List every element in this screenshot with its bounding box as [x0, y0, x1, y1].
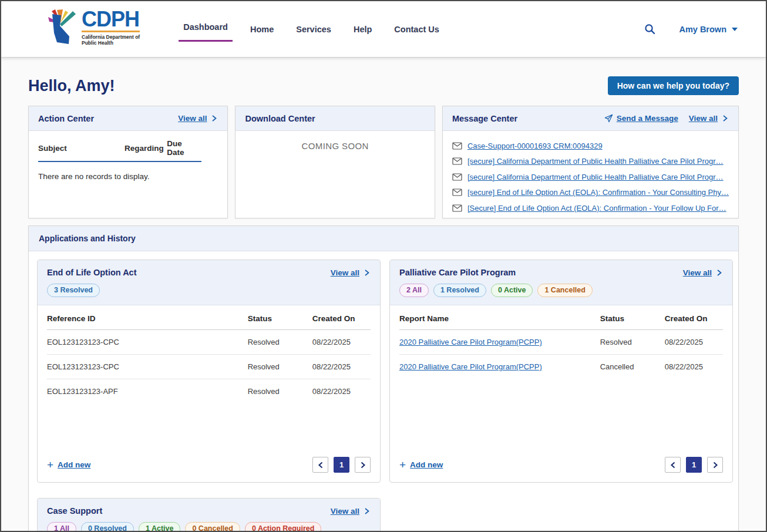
case-support-title: Case Support — [47, 506, 102, 516]
message-link[interactable]: [secure] End of Life Option Act (EOLA): … — [467, 188, 729, 197]
top-navigation-bar: CDPH California Department of Public Hea… — [1, 1, 766, 58]
message-link[interactable]: [secure] California Department of Public… — [467, 157, 724, 166]
eol-table: Reference ID Status Created On EOL123123… — [47, 305, 371, 403]
chevron-right-icon — [721, 115, 729, 122]
eol-card-footer: + Add new 1 — [38, 452, 380, 482]
badge-resolved[interactable]: 3 Resolved — [47, 284, 100, 297]
logo-dept-line1: California Department of — [82, 34, 140, 41]
logo-dept-line2: Public Health — [82, 40, 140, 46]
pcpp-card-title: Palliative Care Pilot Program — [399, 268, 516, 277]
user-menu[interactable]: Amy Brown — [679, 25, 738, 34]
next-page-button[interactable] — [355, 457, 371, 473]
greeting-row: Hello, Amy! How can we help you today? — [28, 76, 739, 95]
badge-action-required[interactable]: 0 Action Required — [245, 522, 322, 532]
message-link[interactable]: [secure] California Department of Public… — [467, 173, 724, 181]
table-row: EOL123123123-APF Resolved 08/22/2025 — [47, 379, 371, 404]
top-cards-row: Action Center View all Subject Regarding… — [28, 106, 739, 218]
message-center-view-all[interactable]: View all — [689, 114, 729, 123]
column-header-due-date: Due Date — [167, 139, 201, 161]
badge-resolved[interactable]: 0 Resolved — [81, 522, 134, 532]
current-page-button[interactable]: 1 — [686, 457, 702, 473]
column-header-subject: Subject — [38, 139, 125, 161]
status-cell: Resolved — [248, 355, 312, 379]
download-center-card: Download Center COMING SOON — [235, 106, 435, 218]
applications-section-body: End of Life Option Act View all 3 Resolv… — [29, 251, 738, 532]
reference-id-cell: EOL123123123-APF — [47, 379, 248, 404]
nav-item-services[interactable]: Services — [296, 1, 331, 57]
envelope-icon — [452, 204, 462, 212]
eol-add-new-button[interactable]: + Add new — [47, 459, 90, 470]
send-a-message-link[interactable]: Send a Message — [604, 114, 678, 123]
pcpp-pagination: 1 — [665, 457, 723, 473]
chevron-down-icon — [732, 28, 738, 31]
message-row: [secure] California Department of Public… — [452, 154, 729, 170]
eol-card-body: Reference ID Status Created On EOL123123… — [38, 305, 380, 452]
message-link[interactable]: [Secure] End of Life Option Act (EOLA): … — [467, 204, 726, 213]
action-center-view-all[interactable]: View all — [178, 114, 218, 123]
action-center-title: Action Center — [38, 114, 94, 123]
message-row: [secure] End of Life Option Act (EOLA): … — [452, 185, 729, 201]
user-name: Amy Brown — [679, 25, 726, 34]
logo-text: CDPH California Department of Public Hea… — [82, 9, 140, 46]
column-header-report-name: Report Name — [399, 305, 600, 330]
eol-card-header: End of Life Option Act View all 3 Resolv… — [38, 260, 380, 305]
nav-item-help[interactable]: Help — [354, 1, 372, 57]
message-link[interactable]: Case-Support-00001693 CRM:0094329 — [467, 142, 603, 150]
column-header-created-on: Created On — [312, 305, 371, 330]
app-window: CDPH California Department of Public Hea… — [0, 0, 767, 532]
action-center-table: Subject Regarding Due Date — [38, 139, 201, 162]
eol-card-title: End of Life Option Act — [47, 268, 137, 277]
cdph-logo[interactable]: CDPH California Department of Public Hea… — [47, 9, 140, 49]
applications-section-title: Applications and History — [29, 226, 738, 251]
nav-item-contact-us[interactable]: Contact Us — [394, 1, 439, 57]
message-center-title: Message Center — [452, 114, 517, 123]
previous-page-button[interactable] — [665, 457, 681, 473]
message-center-links: Send a Message View all — [604, 114, 729, 123]
reference-id-cell: EOL123123123-CPC — [47, 330, 248, 355]
pcpp-view-all[interactable]: View all — [683, 268, 723, 277]
current-page-button[interactable]: 1 — [334, 457, 349, 473]
chevron-left-icon — [318, 462, 324, 469]
eol-view-all[interactable]: View all — [331, 268, 371, 277]
nav-item-dashboard[interactable]: Dashboard — [183, 1, 228, 57]
badge-cancelled[interactable]: 1 Cancelled — [537, 284, 592, 297]
column-header-status: Status — [248, 305, 312, 330]
help-button[interactable]: How can we help you today? — [608, 76, 739, 95]
chevron-right-icon — [715, 269, 723, 277]
page-title: Hello, Amy! — [28, 77, 115, 95]
envelope-icon — [452, 173, 462, 181]
badge-resolved[interactable]: 1 Resolved — [433, 284, 486, 297]
created-on-cell: 08/22/2025 — [312, 379, 371, 404]
badge-cancelled[interactable]: 0 Cancelled — [185, 522, 240, 532]
report-name-link[interactable]: 2020 Palliative Care Pilot Program(PCPP) — [399, 330, 600, 355]
table-row: EOL123123123-CPC Resolved 08/22/2025 — [47, 330, 371, 355]
search-icon[interactable] — [644, 23, 655, 35]
badge-all[interactable]: 1 All — [47, 522, 76, 532]
badge-active[interactable]: 1 Active — [139, 522, 180, 532]
message-center-header: Message Center Send a Message View all — [443, 106, 738, 131]
message-list: Case-Support-00001693 CRM:0094329 [secur… — [443, 131, 738, 223]
reference-id-cell: EOL123123123-CPC — [47, 355, 248, 379]
message-row: Case-Support-00001693 CRM:0094329 — [452, 138, 729, 154]
column-header-reference-id: Reference ID — [47, 305, 248, 330]
status-cell: Cancelled — [600, 355, 665, 379]
column-header-created-on: Created On — [665, 305, 723, 330]
next-page-button[interactable] — [707, 457, 723, 473]
pcpp-card-header: Palliative Care Pilot Program View all 2… — [390, 260, 732, 305]
pcpp-card: Palliative Care Pilot Program View all 2… — [389, 260, 733, 483]
empty-records-text: There are no records to display. — [38, 172, 218, 181]
applications-and-history-section: Applications and History End of Life Opt… — [28, 225, 739, 532]
table-row: 2020 Palliative Care Pilot Program(PCPP)… — [399, 330, 723, 355]
action-center-card: Action Center View all Subject Regarding… — [28, 106, 228, 218]
report-name-link[interactable]: 2020 Palliative Care Pilot Program(PCPP) — [399, 355, 600, 379]
pcpp-add-new-button[interactable]: + Add new — [399, 459, 443, 470]
status-cell: Resolved — [600, 330, 665, 355]
chevron-right-icon — [210, 115, 218, 122]
case-support-view-all[interactable]: View all — [331, 507, 371, 516]
previous-page-button[interactable] — [312, 457, 328, 473]
nav-item-home[interactable]: Home — [250, 1, 274, 57]
created-on-cell: 08/22/2025 — [665, 330, 723, 355]
created-on-cell: 08/22/2025 — [312, 355, 371, 379]
badge-active[interactable]: 0 Active — [491, 284, 533, 297]
badge-all[interactable]: 2 All — [399, 284, 429, 297]
